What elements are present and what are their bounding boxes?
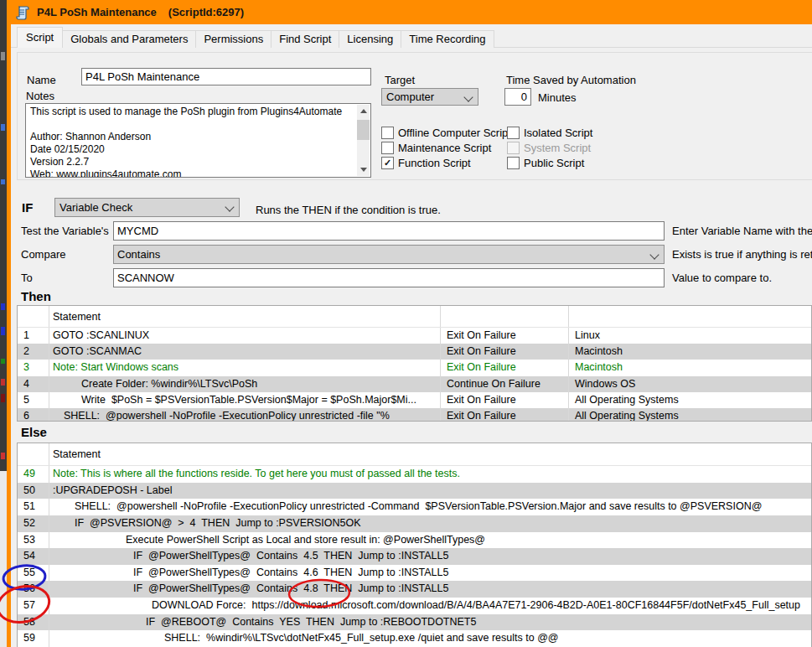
step-statement: Execute PowerShell Script as Local and s…: [49, 532, 811, 549]
notes-scrollbar[interactable]: [357, 105, 370, 176]
notes-line: Author: Shannon Anderson: [30, 131, 355, 143]
script-editor-window: P4L PoSh Maintenance (ScriptId:6297) Scr…: [0, 0, 812, 647]
script-step-row[interactable]: 51SHELL: @powershell -NoProfile -Executi…: [18, 499, 811, 515]
step-os: Linux: [569, 328, 811, 344]
name-input[interactable]: [81, 68, 371, 85]
script-step-row[interactable]: 59SHELL: %windir%\LTSvc\dotNetFx45_Full_…: [18, 630, 811, 647]
checkbox-unchecked-icon[interactable]: [381, 142, 394, 154]
script-step-row[interactable]: 57DOWNLOAD Force: https://download.micro…: [18, 598, 811, 614]
if-hint: Runs the THEN if the condition is true.: [256, 204, 441, 216]
background-artifact: [1, 379, 5, 386]
step-number: 52: [18, 515, 49, 532]
step-statement: IF @PowerShellTypes@ Contains 4.6 THEN J…: [49, 565, 811, 582]
tab-licensing[interactable]: Licensing: [339, 30, 401, 48]
condition-field-label: Test the Variable's: [21, 225, 109, 237]
time-saved-input[interactable]: [504, 88, 531, 106]
checkbox-checked-icon[interactable]: ✓: [381, 157, 394, 169]
notes-textarea[interactable]: This script is used to manage the PoSh p…: [25, 103, 371, 178]
target-selected-value: Computer: [386, 91, 434, 103]
step-number: 54: [18, 548, 49, 565]
step-on-failure: Continue On Failure: [441, 376, 569, 392]
checkbox-unchecked-icon[interactable]: [507, 127, 520, 139]
tab-globals-and-parameters[interactable]: Globals and Parameters: [62, 30, 196, 48]
step-statement: SHELL: %windir%\LTSvc\dotNetFx45_Full_se…: [49, 630, 811, 647]
scroll-down-icon[interactable]: [357, 163, 370, 176]
step-os: All Operating Systems: [569, 408, 811, 422]
chevron-down-icon: [463, 92, 473, 101]
checkbox-offline-computer-script[interactable]: Offline Computer Script: [381, 127, 511, 138]
scroll-up-icon[interactable]: [357, 105, 370, 117]
step-statement: DOWNLOAD Force: https://download.microso…: [49, 598, 811, 614]
then-section-label: Then: [21, 289, 51, 303]
statement-column-header: Statement: [49, 306, 441, 327]
script-step-row[interactable]: 4Create Folder: %windir%\LTSvc\PoShConti…: [18, 376, 811, 392]
background-strip: [0, 0, 7, 647]
step-statement: IF @REBOOT@ Contains YES THEN Jump to :R…: [49, 614, 811, 631]
script-step-row[interactable]: 54IF @PowerShellTypes@ Contains 4.5 THEN…: [18, 548, 811, 565]
condition-value-input[interactable]: MYCMD: [113, 221, 665, 241]
step-number: 59: [18, 630, 49, 647]
checkbox-public-script[interactable]: Public Script: [507, 157, 584, 168]
script-step-row[interactable]: 49Note: This is where all the functions …: [18, 466, 811, 483]
step-statement: GOTO :SCANMAC: [49, 344, 441, 360]
step-number: 53: [18, 532, 49, 549]
background-artifact: [1, 179, 5, 184]
step-number: 51: [18, 499, 49, 515]
step-statement: IF @PowerShellTypes@ Contains 4.5 THEN J…: [49, 548, 811, 565]
step-number: 3: [18, 360, 49, 375]
notes-line: Date 02/15/2020: [30, 143, 355, 156]
else-steps-table: Statement49Note: This is where all the f…: [17, 443, 812, 647]
script-step-row[interactable]: 5Write $PoSh = $PSVersionTable.PSVersion…: [18, 392, 811, 408]
step-os: Macintosh: [569, 344, 811, 360]
target-select[interactable]: Computer: [381, 88, 478, 106]
step-statement: IF @PowerShellTypes@ Contains 4.8 THEN J…: [49, 581, 811, 598]
checkbox-unchecked-icon[interactable]: [381, 127, 394, 139]
step-number: 49: [18, 466, 49, 483]
checkbox-unchecked-icon[interactable]: [507, 157, 520, 169]
scrollbar-thumb[interactable]: [357, 120, 370, 140]
condition-value-input[interactable]: SCANNOW: [113, 268, 665, 287]
script-step-row[interactable]: 1GOTO :SCANLINUXExit On FailureLinux: [18, 328, 811, 344]
condition-field-label: Compare: [21, 248, 65, 261]
checkbox-isolated-script[interactable]: Isolated Script: [507, 127, 592, 138]
script-scroll-icon: [15, 5, 30, 20]
column-header: [441, 306, 569, 327]
if-type-select[interactable]: Variable Check: [54, 198, 240, 217]
checkbox-maintenance-script[interactable]: Maintenance Script: [381, 142, 491, 153]
script-step-row[interactable]: 53Execute PowerShell Script as Local and…: [18, 532, 811, 549]
step-number: 5: [18, 392, 49, 408]
tab-script[interactable]: Script: [17, 27, 63, 48]
step-os: Windows OS: [569, 376, 811, 392]
script-step-row[interactable]: 55IF @PowerShellTypes@ Contains 4.6 THEN…: [18, 565, 811, 582]
if-type-value: Variable Check: [59, 201, 132, 214]
window-titlebar: P4L PoSh Maintenance (ScriptId:6297): [7, 0, 812, 24]
step-on-failure: Exit On Failure: [441, 328, 569, 344]
checkbox-label: Public Script: [524, 157, 584, 169]
script-step-row[interactable]: 58IF @REBOOT@ Contains YES THEN Jump to …: [18, 614, 811, 631]
condition-compare-select[interactable]: Contains: [113, 245, 665, 264]
checkbox-label: Offline Computer Script: [398, 127, 511, 139]
if-label: IF: [22, 200, 33, 215]
step-statement: Write $PoSh = $PSVersionTable.PSVersion$…: [49, 392, 441, 408]
notes-line: Web: www.plugins4automate.com: [30, 168, 355, 178]
step-number: 56: [18, 581, 49, 598]
step-statement: Note: This is where all the functions re…: [49, 466, 811, 483]
time-saved-label: Time Saved by Automation: [506, 74, 636, 86]
step-statement: Create Folder: %windir%\LTSvc\PoSh: [49, 376, 441, 392]
checkbox-function-script[interactable]: ✓Function Script: [381, 157, 471, 168]
background-artifact: [1, 52, 5, 60]
tab-time-recording[interactable]: Time Recording: [401, 30, 494, 48]
script-step-row[interactable]: 56IF @PowerShellTypes@ Contains 4.8 THEN…: [18, 581, 811, 598]
column-header: [18, 306, 49, 327]
condition-field-hint: Exists is true if anything is returne: [672, 248, 812, 261]
script-step-row[interactable]: 52IF @PSVERSION@ > 4 THEN Jump to :PSVER…: [18, 515, 811, 532]
tab-find-script[interactable]: Find Script: [271, 30, 339, 48]
script-step-row[interactable]: 50:UPGRADEPOSH - Label: [18, 483, 811, 499]
tab-permissions[interactable]: Permissions: [195, 30, 272, 48]
background-artifact: [1, 124, 5, 131]
step-number: 55: [18, 565, 49, 582]
notes-line: [30, 118, 355, 131]
script-step-row[interactable]: 3Note: Start Windows scansExit On Failur…: [18, 360, 811, 375]
script-step-row[interactable]: 6SHELL: @powershell -NoProfile -Executio…: [18, 408, 811, 422]
script-step-row[interactable]: 2GOTO :SCANMACExit On FailureMacintosh: [18, 344, 811, 360]
